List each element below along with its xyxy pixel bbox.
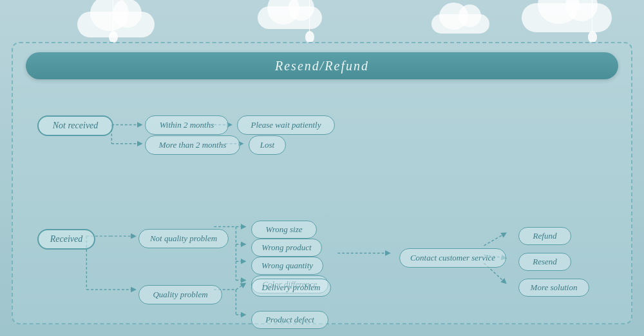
svg-line-19 (236, 283, 245, 290)
node-delivery-problem: Delivery problem (251, 279, 331, 297)
node-received: Received (37, 229, 95, 250)
node-not-received: Not received (37, 115, 113, 136)
node-quality-problem: Quality problem (138, 285, 222, 304)
lamp-string-2 (309, 0, 310, 32)
lamp-bulb-3 (588, 31, 597, 43)
node-contact-customer-service: Contact customer service (399, 248, 506, 268)
page-title: Resend/Refund (275, 59, 369, 74)
main-container: Resend/Refund (12, 42, 632, 324)
node-refund: Refund (518, 227, 571, 245)
lamp-bulb-2 (305, 31, 314, 43)
lamp-bulb-1 (109, 31, 118, 43)
title-bar: Resend/Refund (26, 52, 618, 79)
node-more-than-2months: More than 2 months (145, 135, 240, 155)
lamp-string-3 (592, 0, 592, 32)
node-please-wait: Please wait patiently (237, 115, 335, 135)
node-within-2-months: Within 2 months (145, 115, 229, 135)
svg-line-23 (484, 233, 506, 246)
node-wrong-quantity: Wrong quantity (251, 257, 323, 275)
node-wrong-size: Wrong size (251, 221, 317, 239)
node-resend: Resend (518, 253, 571, 271)
lamp-string-1 (113, 0, 113, 32)
node-more-solution: More solution (518, 279, 589, 297)
flowchart-area: Not received Within 2 months Please wait… (19, 88, 625, 317)
cloud-2 (258, 6, 322, 29)
node-wrong-product: Wrong product (251, 239, 322, 257)
node-product-defect: Product defect (251, 311, 328, 329)
node-not-quality-problem: Not quality problem (138, 229, 229, 248)
cloud-3 (522, 3, 612, 32)
cloud-4 (431, 14, 489, 34)
node-lost: Lost (249, 135, 286, 155)
